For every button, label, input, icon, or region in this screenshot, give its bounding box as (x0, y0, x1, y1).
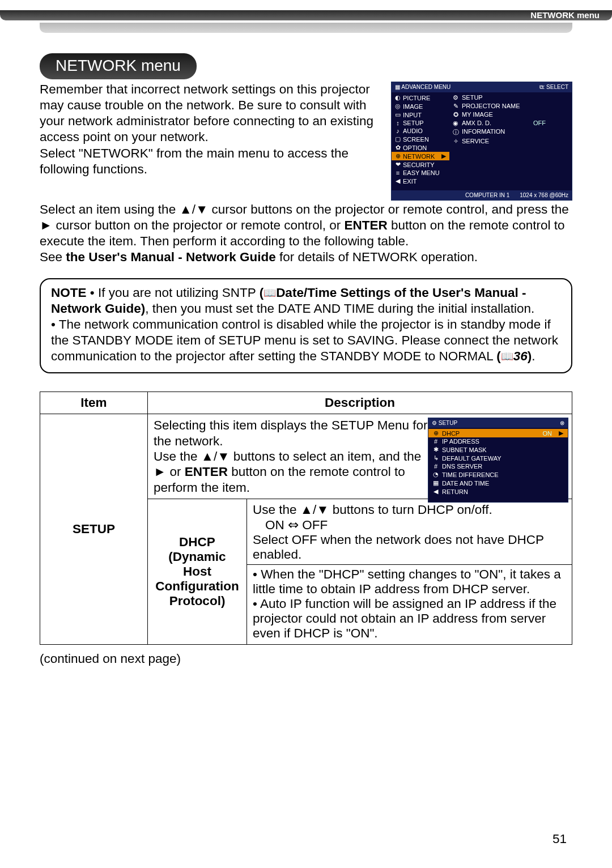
setup-desc-cell: Selecting this item displays the SETUP M… (148, 414, 572, 499)
osd-footer-left: COMPUTER IN 1 (465, 192, 509, 198)
osd-right-item: ◉AMX D. D.OFF (453, 119, 568, 127)
osd-left-item: ◀EXIT (392, 177, 449, 185)
osd-left-item: ≡EASY MENU (392, 169, 449, 177)
page-top-label-wrap: NETWORK menu (0, 10, 612, 20)
osd-right-item: ✧SERVICE (453, 137, 568, 146)
header-label: NETWORK menu (530, 10, 600, 20)
th-item: Item (40, 392, 148, 414)
setup-osd-item: #IP ADDRESS (428, 437, 568, 445)
dhcp-subitem-cell: DHCP (Dynamic Host Configuration Protoco… (148, 499, 247, 645)
page-number: 51 (552, 832, 567, 846)
book-icon (501, 349, 513, 363)
setup-osd-item: ◔TIME DIFFERENCE (428, 470, 568, 479)
instruction-para: Select an item using the ▲/▼ cursor butt… (40, 202, 572, 266)
intro-text-block: Remember that incorrect network settings… (40, 82, 384, 201)
osd-left-item: ↕SETUP (392, 119, 449, 127)
osd-left-item: ▭INPUT (392, 110, 449, 119)
osd-footer: COMPUTER IN 1 1024 x 768 @60Hz (392, 190, 572, 200)
intro-p1: Remember that incorrect network settings… (40, 82, 373, 144)
setup-osd-item: ▦DATE AND TIME (428, 479, 568, 487)
setup-osd-item: ✱SUBNET MASK (428, 445, 568, 454)
osd-right-item: ⓘINFORMATION (453, 127, 568, 137)
osd-main-screenshot: ▦ ADVANCED MENU ⧉: SELECT ◐PICTURE◎IMAGE… (391, 82, 572, 201)
continued-text: (continued on next page) (40, 652, 572, 666)
setup-item-cell: SETUP (40, 414, 148, 645)
osd-header-right: ⧉: SELECT (539, 84, 568, 91)
section-title-pill: NETWORK menu (40, 53, 197, 79)
settings-table: Item Description SETUP Selecting this it… (40, 392, 572, 645)
osd-left-item: ◐PICTURE (392, 93, 449, 102)
setup-osd-item: ◀RETURN (428, 487, 568, 496)
osd-right-item: ✪MY IMAGE (453, 110, 568, 119)
note-label: NOTE (51, 286, 87, 300)
osd-left-menu: ◐PICTURE◎IMAGE▭INPUT↕SETUP♪AUDIO▢SCREEN✿… (392, 92, 449, 190)
osd-right-menu: ⚙SETUP✎PROJECTOR NAME✪MY IMAGE◉AMX D. D.… (449, 92, 572, 190)
osd-left-item: ◎IMAGE (392, 102, 449, 110)
setup-osd-screenshot: ⚙ SETUP ⊗ ⊕DHCPON▶#IP ADDRESS✱SUBNET MAS… (428, 418, 568, 503)
setup-osd-item: ↳DEFAULT GATEWAY (428, 454, 568, 462)
osd-left-item: ⊕NETWORK▶ (392, 152, 449, 160)
osd-left-item: ✿OPTION (392, 143, 449, 152)
osd-main-header: ▦ ADVANCED MENU ⧉: SELECT (392, 82, 572, 92)
dhcp-desc-cell: Use the ▲/▼ buttons to turn DHCP on/off.… (247, 499, 572, 645)
page-top-dark-bar: NETWORK menu (0, 10, 612, 20)
osd-left-item: ♪AUDIO (392, 127, 449, 135)
osd-footer-right: 1024 x 768 @60Hz (520, 192, 568, 198)
setup-osd-item: #DNS SERVER (428, 462, 568, 470)
osd-header-left: ▦ ADVANCED MENU (395, 84, 450, 91)
intro-p2: Select "NETWORK" from the main menu to a… (40, 146, 348, 176)
osd-left-item: ❤SECURITY (392, 160, 449, 169)
osd-right-item: ✎PROJECTOR NAME (453, 102, 568, 110)
book-icon (264, 286, 276, 300)
note-box: NOTE • If you are not utilizing SNTP (Da… (40, 278, 572, 374)
setup-osd-item: ⊕DHCPON▶ (428, 429, 568, 437)
setup-osd-header: ⚙ SETUP ⊗ (428, 418, 568, 428)
osd-left-item: ▢SCREEN (392, 135, 449, 143)
th-desc: Description (148, 392, 572, 414)
page-top-grey-bar (40, 23, 572, 33)
osd-right-item: ⚙SETUP (453, 93, 568, 102)
